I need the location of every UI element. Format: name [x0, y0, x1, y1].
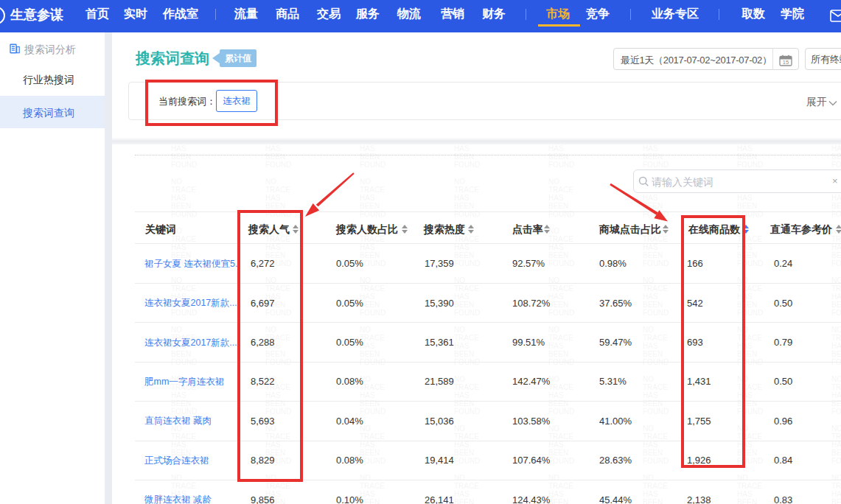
svg-text:15: 15	[782, 59, 788, 66]
